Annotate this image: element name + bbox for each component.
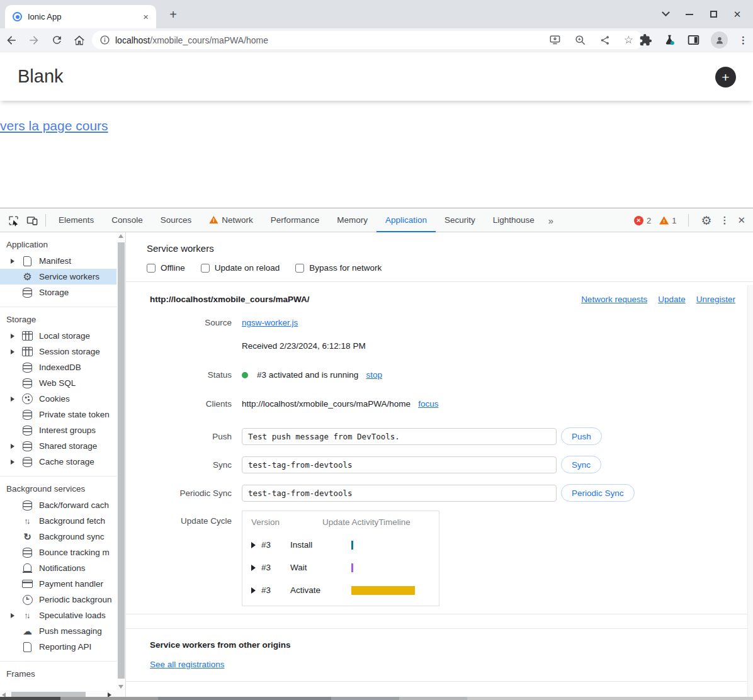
sidebar-item-icon — [21, 641, 33, 653]
focus-link[interactable]: focus — [418, 399, 438, 409]
unregister-link[interactable]: Unregister — [696, 295, 735, 304]
extensions-icon[interactable] — [639, 33, 652, 47]
checkbox-input[interactable] — [147, 264, 156, 273]
network-requests-link[interactable]: Network requests — [581, 295, 647, 304]
back-button[interactable] — [0, 30, 23, 50]
sidebar-item[interactable]: Cookies — [0, 391, 116, 407]
scroll-up-icon[interactable] — [118, 234, 123, 238]
checkbox-input[interactable] — [295, 264, 304, 273]
sidebar-item[interactable]: Back/forward cach — [0, 497, 116, 513]
sw-option-checkbox[interactable]: Bypass for network — [295, 263, 382, 273]
sidebar-item[interactable]: Cache storage — [0, 454, 116, 470]
sidebar-item[interactable]: Background fetch — [0, 513, 116, 529]
site-info-icon[interactable] — [99, 35, 110, 45]
home-button[interactable] — [68, 30, 91, 50]
sw-option-checkbox[interactable]: Update on reload — [201, 263, 280, 273]
inspect-element-icon[interactable] — [4, 211, 23, 230]
browser-tab[interactable]: Ionic App × — [5, 5, 156, 28]
sw-option-checkbox[interactable]: Offline — [147, 263, 185, 273]
tab-close-icon[interactable]: × — [143, 11, 149, 22]
see-all-registrations-link[interactable]: See all registrations — [150, 660, 225, 669]
bookmark-star-icon[interactable]: ☆ — [624, 33, 633, 47]
devtools-tab[interactable]: Performance — [262, 209, 328, 232]
sidebar-item[interactable]: Storage — [0, 285, 116, 300]
devtools-menu-icon[interactable]: ⋮ — [720, 215, 729, 226]
devtools-tab[interactable]: Console — [103, 209, 152, 232]
error-badge[interactable]: 2 — [634, 216, 651, 225]
settings-gear-icon[interactable]: ⚙ — [701, 213, 711, 228]
scrollbar-thumb[interactable] — [118, 242, 125, 679]
browser-menu-icon[interactable]: ⋮ — [739, 35, 748, 46]
periodic-sync-tag-input[interactable] — [242, 485, 557, 502]
cours-page-link[interactable]: vers la page cours — [0, 118, 108, 133]
more-tabs-icon[interactable]: » — [543, 215, 558, 226]
sidebar-vertical-scrollbar[interactable] — [116, 232, 125, 700]
sidebar-item[interactable]: Interest groups — [0, 422, 116, 438]
timeline-bar — [351, 563, 353, 572]
minimize-button[interactable] — [677, 0, 701, 28]
expander-icon[interactable] — [251, 542, 261, 548]
periodic-sync-button[interactable]: Periodic Sync — [561, 484, 635, 502]
scroll-down-icon[interactable] — [118, 685, 123, 689]
maximize-button[interactable] — [701, 0, 725, 28]
sidebar-item[interactable]: Payment handler — [0, 576, 116, 592]
update-link[interactable]: Update — [658, 295, 686, 304]
checkbox-input[interactable] — [201, 264, 210, 273]
update-cycle-row[interactable]: #3 Wait — [251, 563, 439, 572]
sidebar-item[interactable]: Push messaging — [0, 623, 116, 639]
devtools-tab-label: Elements — [59, 215, 94, 225]
tab-search-chevron-icon[interactable] — [654, 0, 677, 28]
device-toolbar-icon[interactable] — [23, 211, 42, 230]
update-cycle-row[interactable]: #3 Activate — [251, 585, 439, 595]
profile-avatar[interactable] — [711, 31, 728, 48]
sidebar-item[interactable]: Bounce tracking m — [0, 545, 116, 560]
devtools-close-icon[interactable]: ✕ — [737, 215, 745, 226]
main-vertical-scrollbar[interactable] — [747, 285, 753, 700]
sw-registration: http://localhost/xmobile_cours/maPWA/ Ne… — [126, 295, 753, 606]
sidebar-item[interactable]: Service workers — [0, 269, 116, 285]
sidebar-item[interactable]: Notifications — [0, 560, 116, 576]
install-app-icon[interactable] — [549, 34, 561, 46]
sidebar-item[interactable]: Shared storage — [0, 438, 116, 454]
sidebar-item[interactable]: Private state token — [0, 407, 116, 422]
sync-button[interactable]: Sync — [561, 456, 601, 473]
new-tab-button[interactable]: + — [165, 6, 181, 23]
side-panel-icon[interactable] — [687, 33, 700, 47]
source-file-link[interactable]: ngsw-worker.js — [242, 318, 298, 327]
sidebar-item[interactable]: Periodic backgroun — [0, 592, 116, 607]
push-label: Push — [150, 432, 232, 441]
sidebar-item[interactable]: Web SQL — [0, 375, 116, 391]
warning-badge[interactable]: 1 — [659, 216, 676, 225]
address-bar[interactable]: localhost/xmobile_cours/maPWA/home ☆ — [92, 31, 643, 49]
devtools-tab[interactable]: Network — [200, 209, 262, 232]
devtools-tab[interactable]: Memory — [328, 209, 376, 232]
sidebar-item[interactable]: Local storage — [0, 328, 116, 344]
sidebar-item[interactable]: Manifest — [0, 253, 116, 269]
expander-icon — [11, 613, 14, 618]
add-fab-button[interactable]: + — [715, 67, 736, 88]
stop-link[interactable]: stop — [366, 370, 382, 380]
sidebar-section-title: Frames — [0, 665, 116, 682]
update-cycle-row[interactable]: #3 Install — [251, 540, 439, 550]
sidebar-item[interactable]: Background sync — [0, 529, 116, 545]
push-message-input[interactable] — [242, 428, 557, 445]
sync-tag-input[interactable] — [242, 456, 557, 473]
reload-button[interactable] — [45, 30, 68, 50]
forward-button[interactable] — [23, 30, 45, 50]
devtools-tab[interactable]: Sources — [152, 209, 201, 232]
sidebar-item[interactable]: Speculative loads — [0, 607, 116, 623]
zoom-icon[interactable] — [574, 34, 586, 46]
share-icon[interactable] — [599, 35, 611, 46]
devtools-tab[interactable]: Lighthouse — [484, 209, 543, 232]
sidebar-item[interactable]: Session storage — [0, 344, 116, 359]
labs-flask-icon[interactable] — [663, 33, 676, 47]
devtools-tab[interactable]: Security — [436, 209, 484, 232]
devtools-tab[interactable]: Elements — [50, 209, 103, 232]
expander-icon[interactable] — [251, 565, 261, 571]
sidebar-item[interactable]: Reporting API — [0, 639, 116, 655]
devtools-tab[interactable]: Application — [376, 209, 436, 232]
window-close-button[interactable]: ✕ — [725, 0, 749, 28]
sidebar-item[interactable]: IndexedDB — [0, 359, 116, 375]
push-button[interactable]: Push — [561, 427, 602, 445]
expander-icon[interactable] — [251, 587, 261, 594]
